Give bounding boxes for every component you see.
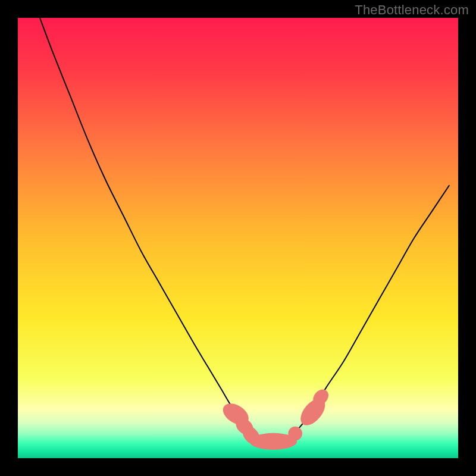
bottleneck-chart	[18, 18, 458, 458]
watermark-text: TheBottleneck.com	[355, 2, 469, 18]
gradient-background	[18, 18, 458, 458]
app-frame: TheBottleneck.com	[0, 0, 476, 476]
curve-marker	[288, 427, 302, 441]
